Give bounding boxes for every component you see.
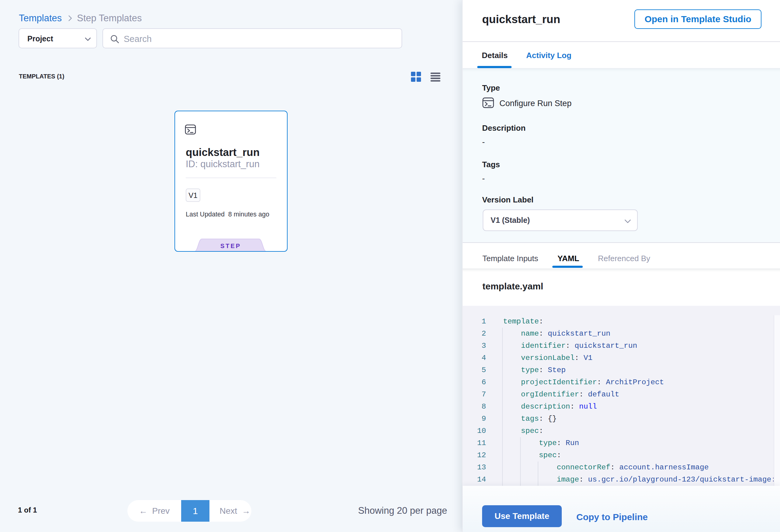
svg-text:STEP: STEP — [221, 243, 241, 249]
